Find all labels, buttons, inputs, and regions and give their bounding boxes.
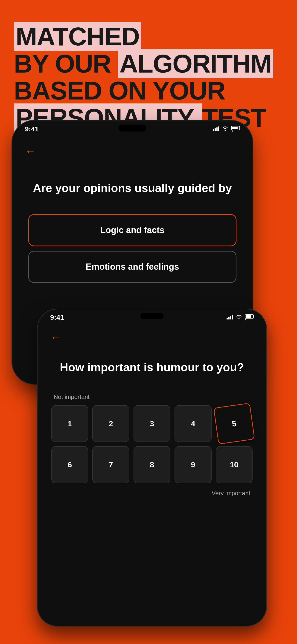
svg-rect-2 [216, 127, 218, 131]
option-emotions-feelings[interactable]: Emotions and feelings [28, 251, 236, 283]
signal-icon-1 [213, 125, 219, 133]
svg-rect-6 [228, 317, 230, 320]
wifi-icon-1 [222, 125, 228, 133]
number-cell-4[interactable]: 4 [174, 405, 211, 442]
header-line2-normal: BY OUR [14, 49, 118, 78]
number-cell-2[interactable]: 2 [92, 405, 129, 442]
phone-2-inner: 9:41 [38, 309, 266, 626]
status-time-2: 9:41 [50, 314, 64, 321]
svg-rect-5 [226, 318, 228, 320]
svg-point-9 [238, 318, 240, 320]
number-cell-3[interactable]: 3 [134, 405, 170, 442]
number-cell-8[interactable]: 8 [134, 446, 170, 483]
number-grid-row2: 6 7 8 9 10 [51, 446, 252, 483]
battery-icon-1 [231, 126, 240, 132]
number-grid-row1: 1 2 3 4 5 [51, 405, 252, 442]
svg-rect-7 [230, 316, 232, 320]
svg-rect-0 [213, 129, 214, 131]
status-icons-2 [226, 314, 254, 321]
wifi-icon-2 [236, 314, 242, 321]
svg-rect-8 [232, 315, 233, 320]
svg-rect-3 [218, 126, 219, 131]
number-cell-5[interactable]: 5 [213, 403, 255, 444]
header-highlight1: MATCHED [14, 22, 141, 51]
header-line3: BASED ON YOUR [14, 77, 283, 104]
back-arrow-2[interactable]: ← [38, 324, 266, 346]
number-cell-10[interactable]: 10 [216, 446, 252, 483]
number-cell-9[interactable]: 9 [174, 446, 211, 483]
question-1: Are your opinions usually guided by [12, 162, 252, 210]
number-grid-section: Not important 1 2 3 4 5 6 7 8 9 10 Very … [38, 394, 266, 497]
back-arrow-1[interactable]: ← [12, 135, 252, 162]
phone-2: 9:41 [37, 309, 267, 626]
header-line2: BY OUR ALGORITHM [14, 50, 283, 78]
header-section: MATCHED BY OUR ALGORITHM BASED ON YOUR P… [14, 23, 283, 131]
header-highlight2: ALGORITHM [118, 49, 273, 78]
option-logic-facts[interactable]: Logic and facts [28, 214, 236, 246]
header-line1: MATCHED [14, 23, 283, 50]
dynamic-island-1 [118, 124, 146, 132]
battery-icon-2 [245, 314, 254, 320]
very-important-label: Very important [51, 488, 252, 497]
number-cell-7[interactable]: 7 [92, 446, 129, 483]
status-time-1: 9:41 [25, 125, 39, 133]
svg-point-4 [225, 130, 226, 131]
svg-rect-1 [214, 128, 216, 131]
not-important-label: Not important [51, 394, 252, 400]
number-cell-1[interactable]: 1 [51, 405, 88, 442]
status-icons-1 [213, 125, 240, 133]
dynamic-island-2 [140, 313, 164, 319]
question-2: How important is humour to you? [38, 346, 266, 394]
signal-icon-2 [226, 314, 233, 321]
number-cell-6[interactable]: 6 [51, 446, 88, 483]
